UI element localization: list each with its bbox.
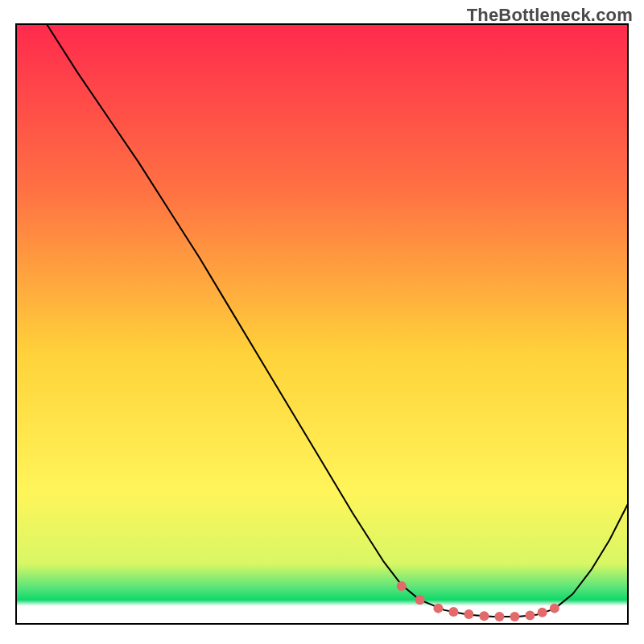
trough-dot <box>397 581 407 591</box>
chart-svg <box>0 0 644 644</box>
trough-dot <box>525 611 535 621</box>
trough-dot <box>415 595 425 605</box>
watermark-text: TheBottleneck.com <box>467 5 633 26</box>
trough-dot <box>448 607 458 617</box>
trough-dot <box>494 612 504 621</box>
trough-dot <box>433 604 443 613</box>
trough-dot <box>464 609 473 619</box>
trough-dot <box>550 604 559 613</box>
chart-stage: TheBottleneck.com <box>0 0 644 644</box>
trough-dot <box>538 608 547 617</box>
trough-dot <box>510 612 519 621</box>
trough-dot <box>479 611 489 621</box>
plot-background <box>16 24 628 624</box>
